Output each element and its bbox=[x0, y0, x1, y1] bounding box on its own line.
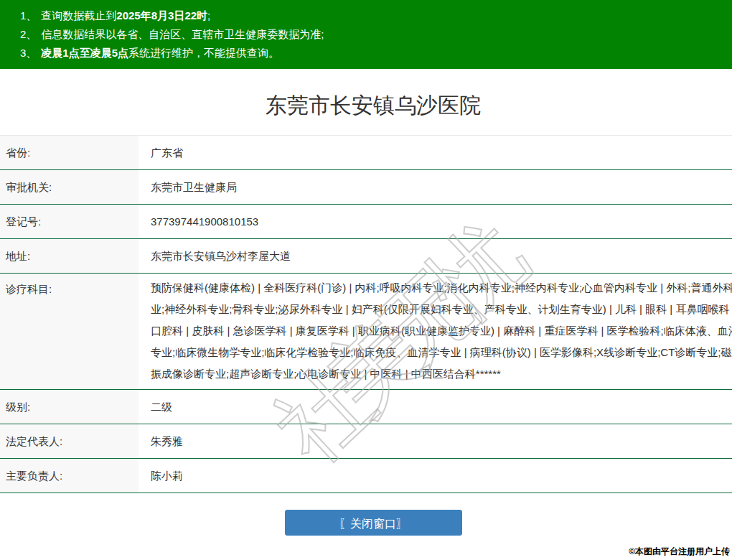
notice-item-3: 3、凌晨1点至凌晨5点系统进行维护，不能提供查询。 bbox=[0, 44, 732, 62]
notice-number: 3、 bbox=[20, 47, 37, 59]
notice-item-1: 1、查询数据截止到2025年8月3日22时; bbox=[0, 6, 732, 25]
notice-banner: 1、查询数据截止到2025年8月3日22时; 2、信息数据结果以各省、自治区、直… bbox=[0, 0, 732, 69]
notice-item-2: 2、信息数据结果以各省、自治区、直辖市卫生健康委数据为准; bbox=[0, 25, 732, 44]
row-value: 预防保健科(健康体检) | 全科医疗科(门诊) | 内科;呼吸内科专业;消化内科… bbox=[139, 274, 732, 389]
info-row-main-person-in-charge: 主要负责人: 陈小莉 bbox=[0, 459, 732, 493]
info-row-approval-authority: 审批机关: 东莞市卫生健康局 bbox=[0, 170, 732, 205]
row-value: 朱秀雅 bbox=[139, 424, 732, 458]
row-label: 地址: bbox=[0, 239, 139, 273]
info-row-province: 省份: 广东省 bbox=[0, 136, 732, 170]
notice-text: 系统进行维护，不能提供查询。 bbox=[128, 47, 279, 59]
row-value: 广东省 bbox=[139, 136, 732, 169]
row-value: 377397441900810153 bbox=[139, 205, 732, 238]
row-label: 诊疗科目: bbox=[0, 274, 139, 389]
row-label: 级别: bbox=[0, 390, 139, 424]
notice-number: 2、 bbox=[20, 28, 37, 40]
upload-credit-text: ©本图由平台注册用户上传 bbox=[629, 546, 730, 558]
notice-bold-text: 凌晨1点至凌晨5点 bbox=[41, 47, 128, 59]
notice-number: 1、 bbox=[20, 9, 37, 22]
page-title: 东莞市长安镇乌沙医院 bbox=[0, 93, 732, 118]
row-value: 二级 bbox=[139, 390, 732, 424]
notice-text: 查询数据截止到 bbox=[41, 9, 116, 22]
hospital-info-table: 省份: 广东省 审批机关: 东莞市卫生健康局 登记号: 377397441900… bbox=[0, 135, 732, 493]
row-label: 审批机关: bbox=[0, 170, 139, 204]
notice-text: 信息数据结果以各省、自治区、直辖市卫生健康委数据为准; bbox=[41, 28, 324, 40]
info-row-medical-subjects: 诊疗科目: 预防保健科(健康体检) | 全科医疗科(门诊) | 内科;呼吸内科专… bbox=[0, 274, 732, 390]
notice-bold-text: 2025年8月3日22时 bbox=[116, 9, 207, 22]
main-content: 东莞市长安镇乌沙医院 省份: 广东省 审批机关: 东莞市卫生健康局 登记号: 3… bbox=[0, 93, 732, 536]
row-label: 省份: bbox=[0, 136, 139, 169]
info-row-address: 地址: 东莞市长安镇乌沙村李屋大道 bbox=[0, 239, 732, 274]
row-label: 法定代表人: bbox=[0, 424, 139, 458]
info-row-level: 级别: 二级 bbox=[0, 390, 732, 424]
notice-text: ; bbox=[207, 9, 210, 22]
row-value: 陈小莉 bbox=[139, 459, 732, 493]
close-window-button[interactable]: 〖关闭窗口〗 bbox=[285, 510, 462, 536]
row-value: 东莞市卫生健康局 bbox=[139, 170, 732, 204]
info-row-legal-representative: 法定代表人: 朱秀雅 bbox=[0, 424, 732, 459]
row-label: 主要负责人: bbox=[0, 459, 139, 493]
info-row-registration-number: 登记号: 377397441900810153 bbox=[0, 205, 732, 239]
row-label: 登记号: bbox=[0, 205, 139, 238]
row-value: 东莞市长安镇乌沙村李屋大道 bbox=[139, 239, 732, 273]
